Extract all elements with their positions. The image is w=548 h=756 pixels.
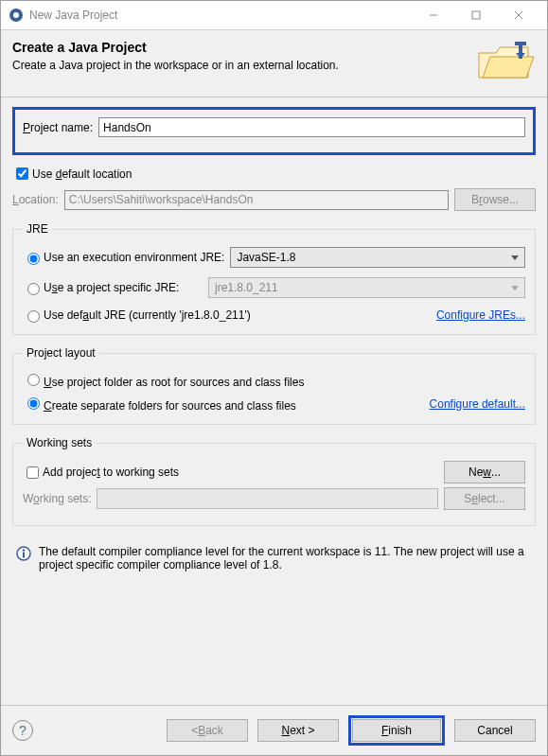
use-default-location-input[interactable] [16, 167, 28, 180]
exec-env-select[interactable]: JavaSE-1.8 [230, 247, 525, 268]
wizard-content: Project name: Use default location Locat… [1, 97, 547, 705]
new-ws-button[interactable]: New... [444, 461, 525, 483]
ws-label: Working sets: [23, 492, 91, 505]
jre-legend: JRE [23, 222, 52, 236]
info-message: The default compiler compliance level fo… [12, 537, 536, 579]
info-icon [16, 546, 31, 564]
window-controls [412, 2, 539, 29]
add-to-ws-label: Add project to working sets [43, 466, 179, 479]
separate-folders-radio[interactable]: Create separate folders for sources and … [23, 395, 296, 413]
exec-env-value: JavaSE-1.8 [237, 251, 295, 264]
project-name-input[interactable] [98, 117, 525, 137]
jre-group: JRE Use an execution environment JRE: Ja… [12, 222, 536, 335]
location-label-text: ocation: [19, 193, 59, 206]
add-to-ws-input[interactable] [27, 466, 39, 479]
working-sets-group: Working sets Add project to working sets… [12, 436, 536, 526]
app-icon [9, 8, 24, 23]
configure-jres-link[interactable]: Configure JREs... [436, 308, 525, 322]
project-name-label: Project name: [23, 121, 93, 134]
use-default-jre-radio[interactable]: Use default JRE (currently 'jre1.8.0_211… [23, 308, 251, 323]
finish-highlight: Finish [348, 715, 445, 746]
use-default-loc-text: efault location [62, 167, 132, 181]
ws-select [97, 488, 438, 509]
use-project-jre-label: Use a project specific JRE: [44, 281, 179, 294]
svg-rect-10 [23, 553, 25, 558]
separate-folders-label: reate separate folders for sources and c… [52, 399, 296, 413]
close-button[interactable] [497, 2, 539, 29]
use-default-jre-label: Use default JRE (currently 'jre1.8.0_211… [44, 308, 251, 322]
use-project-jre-radio[interactable]: Use a project specific JRE: [23, 280, 203, 295]
maximize-button[interactable] [454, 2, 497, 29]
next-button[interactable]: Next > [257, 719, 339, 742]
svg-point-9 [23, 549, 25, 551]
browse-text: owse... [483, 193, 519, 206]
window-title: New Java Project [29, 9, 412, 22]
wizard-footer: ? < Back Next > Finish Cancel [1, 705, 547, 755]
page-title: Create a Java Project [12, 40, 468, 55]
root-folder-radio[interactable]: Use project folder as root for sources a… [23, 371, 304, 389]
svg-point-1 [13, 12, 19, 18]
use-exec-env-radio-input[interactable] [27, 253, 40, 265]
back-button: < Back [167, 719, 248, 742]
chevron-down-icon [511, 286, 519, 290]
ws-label-text: rking sets: [40, 492, 92, 505]
select-ws-text: lect... [478, 492, 505, 505]
minimize-button[interactable] [412, 2, 454, 29]
use-default-jre-radio-input[interactable] [27, 310, 40, 323]
finish-button[interactable]: Finish [352, 719, 441, 742]
folder-icon [475, 40, 536, 85]
default-jre-text: ult JRE (currently 'jre1.8.0_211') [89, 308, 251, 322]
project-name-highlight: Project name: [12, 107, 536, 155]
configure-default-link[interactable]: Configure default... [430, 397, 525, 411]
svg-rect-3 [472, 11, 480, 19]
browse-button: Browse... [454, 188, 536, 211]
back-text: ack [205, 724, 223, 737]
wizard-banner: Create a Java Project Create a Java proj… [1, 30, 547, 97]
use-exec-env-radio[interactable]: Use an execution environment JRE: [23, 250, 224, 265]
root-folder-label: se project folder as root for sources an… [52, 376, 305, 389]
chevron-down-icon [511, 255, 519, 260]
svg-rect-7 [515, 42, 526, 45]
root-folder-radio-input[interactable] [27, 374, 40, 386]
project-layout-group: Project layout Use project folder as roo… [12, 346, 536, 425]
use-project-jre-radio-input[interactable] [27, 283, 40, 295]
project-jre-select: jre1.8.0_211 [208, 277, 525, 298]
location-input [64, 190, 449, 210]
info-text: The default compiler compliance level fo… [39, 545, 532, 571]
use-default-location-label: Use default location [32, 167, 132, 181]
select-ws-button: Select... [444, 487, 525, 510]
use-default-location-checkbox[interactable]: Use default location [12, 165, 132, 183]
ws-legend: Working sets [23, 436, 96, 449]
separate-folders-radio-input[interactable] [27, 397, 40, 410]
project-specific-text: e a project specific JRE: [58, 281, 180, 294]
page-subtitle: Create a Java project in the workspace o… [12, 59, 468, 72]
project-jre-value: jre1.8.0_211 [215, 281, 278, 294]
project-name-label-text: roject name: [30, 121, 93, 134]
location-label: Location: [12, 193, 59, 206]
next-text: ext > [290, 724, 314, 737]
layout-legend: Project layout [23, 346, 99, 360]
titlebar: New Java Project [1, 1, 547, 30]
finish-text: inish [388, 724, 412, 737]
use-exec-env-label: Use an execution environment JRE: [44, 251, 224, 264]
cancel-button[interactable]: Cancel [454, 719, 536, 742]
help-button[interactable]: ? [12, 720, 33, 741]
add-to-ws-checkbox[interactable]: Add project to working sets [23, 464, 438, 482]
add-to-ws-text: to working sets [100, 466, 179, 479]
